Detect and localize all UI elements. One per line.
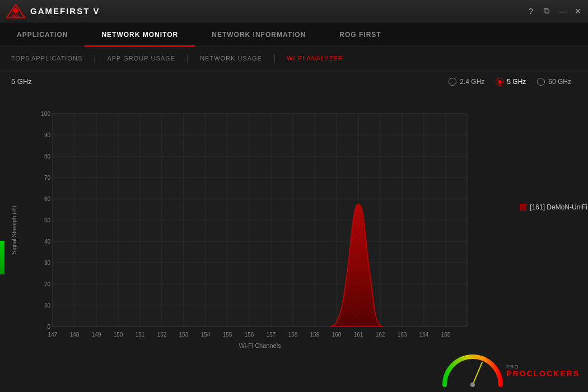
side-accent xyxy=(0,241,4,274)
svg-line-67 xyxy=(473,362,482,385)
app-logo: ROG GAMEFIRST V xyxy=(6,3,100,19)
window-controls: ? ⧉ — ✕ xyxy=(526,6,582,16)
radio-5ghz[interactable]: 5 GHz xyxy=(496,78,526,86)
radio-label-60: 60 GHz xyxy=(548,78,571,86)
rog-logo-icon: ROG xyxy=(6,3,26,19)
svg-text:161: 161 xyxy=(354,332,363,338)
subnav-app-group[interactable]: APP GROUP USAGE xyxy=(96,47,186,69)
svg-text:100: 100 xyxy=(41,111,50,117)
svg-text:30: 30 xyxy=(44,260,51,266)
nav-network-monitor[interactable]: NETWORK MONITOR xyxy=(85,22,195,46)
radio-circle-5 xyxy=(496,78,503,86)
svg-text:150: 150 xyxy=(114,332,123,338)
close-button[interactable]: ✕ xyxy=(573,7,582,16)
x-axis-ticks: 147 148 149 150 151 152 153 154 155 156 … xyxy=(48,332,451,338)
svg-text:90: 90 xyxy=(44,132,51,138)
radio-group: 2.4 GHz 5 GHz 60 GHz xyxy=(449,78,571,86)
content-area: 5 GHz 2.4 GHz 5 GHz 60 GHz Signal Streng… xyxy=(0,69,588,357)
legend-color-box xyxy=(520,204,526,211)
svg-text:80: 80 xyxy=(44,153,51,160)
subnav-wifi-analyzer[interactable]: WI-FI ANALYZER xyxy=(276,47,354,69)
radio-60ghz[interactable]: 60 GHz xyxy=(537,78,571,86)
svg-text:158: 158 xyxy=(288,332,298,338)
legend: [161] DeMoN-UniFi xyxy=(520,203,587,211)
nav-rog-first[interactable]: ROG FIRST xyxy=(323,22,398,46)
svg-text:156: 156 xyxy=(245,332,254,338)
y-axis-ticks: 100 90 80 70 60 50 40 30 20 10 0 xyxy=(41,111,50,330)
radio-2-4ghz[interactable]: 2.4 GHz xyxy=(449,78,484,86)
svg-text:50: 50 xyxy=(44,217,51,223)
svg-text:0: 0 xyxy=(47,324,50,330)
gauge-icon xyxy=(442,354,503,388)
x-axis-label: Wi-Fi Channels xyxy=(239,342,281,349)
legend-label: [161] DeMoN-UniFi xyxy=(530,203,587,211)
svg-text:70: 70 xyxy=(44,175,51,181)
subnav-top5[interactable]: TOP5 APPLICATIONS xyxy=(0,47,94,69)
svg-text:157: 157 xyxy=(267,332,276,338)
svg-text:40: 40 xyxy=(44,239,51,245)
nav-application[interactable]: APPLICATION xyxy=(0,22,85,46)
svg-point-68 xyxy=(470,382,475,387)
svg-text:20: 20 xyxy=(44,281,51,287)
svg-text:148: 148 xyxy=(70,332,80,338)
svg-text:155: 155 xyxy=(223,332,232,338)
svg-text:163: 163 xyxy=(398,332,407,338)
svg-text:159: 159 xyxy=(310,332,320,338)
radio-circle-60 xyxy=(537,78,545,86)
svg-text:147: 147 xyxy=(48,332,58,338)
svg-text:165: 165 xyxy=(441,332,451,338)
restore-button[interactable]: ⧉ xyxy=(542,6,551,16)
main-nav: APPLICATION NETWORK MONITOR NETWORK INFO… xyxy=(0,22,588,47)
minimize-button[interactable]: — xyxy=(558,7,567,16)
wifi-chart: 100 90 80 70 60 50 40 30 20 10 0 147 148… xyxy=(25,108,484,349)
svg-text:152: 152 xyxy=(157,332,167,338)
svg-text:162: 162 xyxy=(376,332,385,338)
subnav-network-usage[interactable]: NETWORK USAGE xyxy=(189,47,273,69)
svg-text:60: 60 xyxy=(44,196,51,202)
help-button[interactable]: ? xyxy=(526,7,535,16)
radio-circle-2-4 xyxy=(449,78,456,86)
radio-label-5: 5 GHz xyxy=(507,78,526,86)
svg-text:ROG: ROG xyxy=(12,13,19,17)
chart-wrapper: Signal Strength (%) xyxy=(11,108,577,349)
svg-text:153: 153 xyxy=(179,332,189,338)
nav-network-information[interactable]: NETWORK INFORMATION xyxy=(195,22,323,46)
title-bar: ROG GAMEFIRST V ? ⧉ — ✕ xyxy=(0,0,588,22)
svg-text:160: 160 xyxy=(332,332,342,338)
svg-text:154: 154 xyxy=(201,332,211,338)
watermark-area: PRO PROCLOCKERS xyxy=(442,354,580,388)
app-title: GAMEFIRST V xyxy=(30,6,100,16)
svg-text:10: 10 xyxy=(44,302,51,309)
svg-point-1 xyxy=(13,8,18,13)
proclockers-text: PRO PROCLOCKERS xyxy=(506,365,580,377)
radio-label-2-4: 2.4 GHz xyxy=(460,78,484,86)
sub-nav: TOP5 APPLICATIONS | APP GROUP USAGE | NE… xyxy=(0,47,588,69)
svg-text:164: 164 xyxy=(419,332,429,338)
svg-text:151: 151 xyxy=(136,332,145,338)
y-axis-label: Signal Strength (%) xyxy=(11,111,22,349)
svg-text:149: 149 xyxy=(92,332,101,338)
